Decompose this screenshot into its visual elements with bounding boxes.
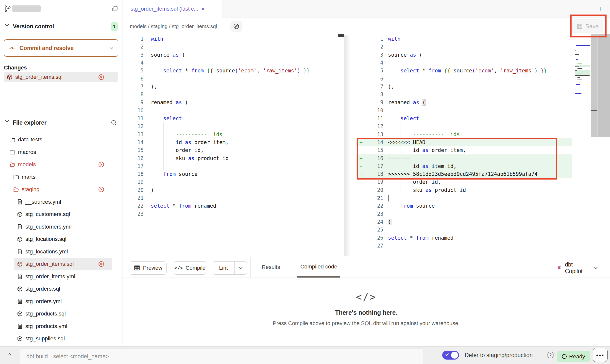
code-line-4[interactable]: 4 xyxy=(122,59,344,67)
code-line-9[interactable]: 9renamed as ( xyxy=(356,99,572,106)
defer-toggle[interactable] xyxy=(442,351,459,360)
file-item-data-tests[interactable]: data-tests xyxy=(0,133,122,146)
close-tab-icon[interactable]: × xyxy=(201,6,205,12)
code-line-18[interactable]: 18 from source xyxy=(122,170,344,178)
dbt-copilot-button[interactable]: dbt Copilot xyxy=(555,261,597,275)
code-line-3[interactable]: 3source as ( xyxy=(356,51,572,59)
code-line-5[interactable]: 5 select * from {{ source('ecom', 'raw_i… xyxy=(356,67,572,75)
code-line-22[interactable]: 22 from source xyxy=(356,202,572,210)
tab-compiled-code[interactable]: Compiled code xyxy=(297,257,340,278)
code-line-1[interactable]: 1with xyxy=(356,35,572,43)
file-item-stg_locations.yml[interactable]: stg_locations.yml xyxy=(0,246,122,258)
code-line-21[interactable]: 21 xyxy=(356,194,572,202)
code-line-25[interactable]: 25 xyxy=(356,226,572,234)
code-line-12[interactable]: 12 xyxy=(122,122,344,130)
code-line-15[interactable]: 15 order_id, xyxy=(122,146,344,154)
file-item-stg_products.sql[interactable]: stg_products.sql xyxy=(0,308,122,320)
code-line-8[interactable]: 8 xyxy=(122,91,344,99)
file-item-stg_products.yml[interactable]: stg_products.yml xyxy=(0,320,122,333)
file-item-__sources.yml[interactable]: __sources.yml xyxy=(0,196,122,208)
file-item-stg_locations.sql[interactable]: stg_locations.sql xyxy=(0,233,122,246)
command-input[interactable] xyxy=(20,348,424,364)
code-line-7[interactable]: 7), xyxy=(356,83,572,91)
code-line-11[interactable]: 11 select xyxy=(122,115,344,122)
code-line-4[interactable]: 4 xyxy=(356,59,572,67)
code-line-14[interactable]: 14 id as order_item, xyxy=(122,138,344,146)
code-line-6[interactable]: 6 xyxy=(122,75,344,83)
code-line-16[interactable]: 16 sku as product_id xyxy=(122,154,344,162)
new-tab-icon[interactable]: + xyxy=(596,4,605,14)
preview-button[interactable]: Preview xyxy=(130,261,167,275)
code-line-7[interactable]: 7), xyxy=(122,83,344,91)
code-line-20[interactable]: 20) xyxy=(122,186,344,194)
code-line-14[interactable]: +14<<<<<<< HEAD xyxy=(356,138,572,146)
git-branch-icon[interactable] xyxy=(4,5,11,12)
code-line-6[interactable]: 6 xyxy=(356,75,572,83)
code-line-17[interactable]: 17 xyxy=(122,162,344,170)
code-line-2[interactable]: 2 xyxy=(356,43,572,51)
code-line-16[interactable]: +16======= xyxy=(356,154,572,162)
code-line-2[interactable]: 2 xyxy=(122,43,344,51)
tab-results[interactable]: Results xyxy=(259,257,283,278)
collapse-panel-icon[interactable]: ^ xyxy=(5,347,14,364)
code-line-13[interactable]: 13 ---------- ids xyxy=(122,131,344,138)
lint-button[interactable]: Lint xyxy=(213,261,247,275)
compile-button[interactable]: </> Compile xyxy=(174,261,206,275)
editor-pane-left[interactable]: 1with23source as (45 select * from {{ so… xyxy=(122,35,344,218)
code-line-8[interactable]: 8 xyxy=(356,91,572,99)
minimap[interactable] xyxy=(575,35,590,101)
help-icon[interactable]: ? xyxy=(547,352,554,358)
commit-dropdown-button[interactable] xyxy=(105,40,118,56)
discard-file-icon[interactable] xyxy=(98,186,105,193)
file-item-stg_supplies.sql[interactable]: stg_supplies.sql xyxy=(0,332,122,345)
code-line-19[interactable]: 19 order_id, xyxy=(356,178,572,186)
file-item-stg_customers.yml[interactable]: stg_customers.yml xyxy=(0,221,122,233)
code-line-20[interactable]: 20 sku as product_id xyxy=(356,186,572,194)
overflow-menu-button[interactable]: ●●● xyxy=(593,348,608,362)
code-line-23[interactable]: 23 xyxy=(122,210,344,218)
code-line-1[interactable]: 1with xyxy=(122,35,344,43)
discard-file-icon[interactable] xyxy=(98,261,105,267)
code-line-5[interactable]: 5 select * from {{ source('ecom', 'raw_i… xyxy=(122,67,344,75)
file-item-marts[interactable]: marts xyxy=(0,171,122,183)
code-line-3[interactable]: 3source as ( xyxy=(122,51,344,59)
window-scrollbar[interactable] xyxy=(597,34,610,137)
code-line-21[interactable]: 21 xyxy=(122,194,344,202)
discard-change-icon[interactable] xyxy=(98,74,105,81)
file-item-stg_orders.yml[interactable]: stg_orders.yml xyxy=(0,295,122,308)
discard-file-icon[interactable] xyxy=(98,161,105,168)
file-item-stg_customers.sql[interactable]: stg_customers.sql xyxy=(0,208,122,221)
code-line-11[interactable]: 11 select xyxy=(356,115,572,122)
code-line-26[interactable]: 26select * from renamed xyxy=(356,234,572,242)
lineage-compass-icon[interactable] xyxy=(230,21,242,32)
code-line-10[interactable]: 10 xyxy=(122,107,344,115)
tab-stg-order-items[interactable]: stg_order_items.sql (last c... × xyxy=(122,0,222,17)
file-item-staging[interactable]: staging xyxy=(0,183,122,196)
code-line-23[interactable]: 23 xyxy=(356,210,572,218)
code-line-15[interactable]: 15 id as order_item, xyxy=(356,146,572,154)
code-line-18[interactable]: +18>>>>>>> 58c1dd23d5eebd9cd2495fa7124ab… xyxy=(356,170,572,178)
left-scrollbar-thumb[interactable] xyxy=(338,34,344,37)
code-line-22[interactable]: 22select * from renamed xyxy=(122,202,344,210)
save-button[interactable]: Save xyxy=(572,19,603,33)
code-line-17[interactable]: +17 id as item_id, xyxy=(356,162,572,170)
lint-dropdown-button[interactable] xyxy=(234,262,247,274)
code-line-24[interactable]: 24) xyxy=(356,218,572,226)
search-icon[interactable] xyxy=(110,119,117,126)
file-item-stg_order_items.sql[interactable]: stg_order_items.sql xyxy=(14,258,112,270)
code-line-13[interactable]: 13 ---------- ids xyxy=(356,131,572,138)
commit-and-resolve-button[interactable]: Commit and resolve xyxy=(4,39,118,57)
file-item-macros[interactable]: macros xyxy=(0,146,122,159)
changed-file-row[interactable]: stg_order_items.sql xyxy=(4,72,118,82)
file-item-stg_orders.sql[interactable]: stg_orders.sql xyxy=(0,283,122,295)
code-line-19[interactable]: 19 xyxy=(122,178,344,186)
copy-files-icon[interactable] xyxy=(112,5,118,12)
chevron-down-icon[interactable] xyxy=(6,24,8,26)
file-item-models[interactable]: models xyxy=(0,158,122,171)
code-line-27[interactable]: 27 xyxy=(356,242,572,250)
chevron-down-icon[interactable] xyxy=(6,120,8,122)
code-line-12[interactable]: 12 xyxy=(356,122,572,130)
code-line-9[interactable]: 9renamed as ( xyxy=(122,99,344,106)
code-line-10[interactable]: 10 xyxy=(356,107,572,115)
editor-scrollbar[interactable] xyxy=(591,34,597,137)
